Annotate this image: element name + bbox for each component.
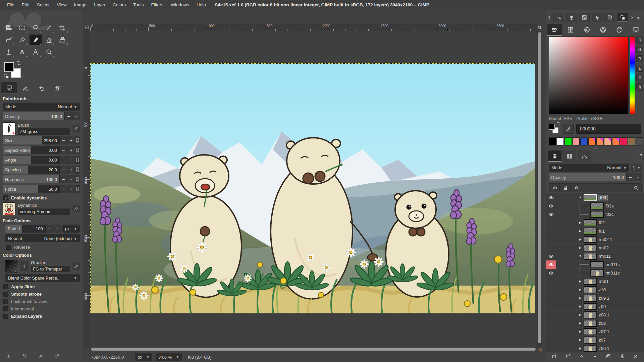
- layer-thumbnail[interactable]: [584, 303, 597, 310]
- anchor-layer-button[interactable]: [617, 352, 627, 360]
- layer-name[interactable]: z08 1: [599, 312, 609, 317]
- tab-tool-options[interactable]: [1, 82, 17, 94]
- repeat-dropdown[interactable]: Repeat None (extend)▼: [5, 234, 80, 242]
- collapse-group-icon[interactable]: ▼: [578, 196, 582, 199]
- layer-name[interactable]: rm011: [599, 254, 611, 259]
- layer-visibility-toggle[interactable]: [546, 260, 556, 269]
- color-tab-gimp-wilber[interactable]: [547, 24, 562, 36]
- angle-slider[interactable]: Angle0.00 − +: [3, 156, 80, 164]
- save-preset-button[interactable]: [5, 353, 13, 360]
- horizontal-ruler[interactable]: 0500100015002000250030003500: [90, 24, 537, 31]
- swap-colors-icon[interactable]: [16, 61, 21, 65]
- tab-channels[interactable]: [563, 150, 576, 162]
- layer-name[interactable]: f03: [599, 195, 607, 200]
- apply-jitter-checkbox[interactable]: Apply Jitter: [3, 284, 80, 289]
- horizontal-scrollbar-thumb[interactable]: [91, 348, 536, 351]
- layer-thumbnail[interactable]: [584, 278, 597, 285]
- layer-name[interactable]: f03s: [605, 203, 614, 208]
- color-tab-watercolor[interactable]: [579, 24, 594, 36]
- increase-button[interactable]: +: [67, 136, 75, 144]
- expand-group-icon[interactable]: ▶: [578, 321, 582, 325]
- color-picker-button[interactable]: [564, 124, 574, 134]
- unit-dropdown[interactable]: px▼: [135, 353, 152, 361]
- navigation-button[interactable]: [537, 347, 543, 352]
- layer-visibility-toggle[interactable]: [546, 210, 556, 219]
- link-to-default-icon[interactable]: [75, 175, 80, 183]
- tab-undo-history[interactable]: [34, 82, 49, 94]
- channel-button-G[interactable]: G: [636, 46, 643, 53]
- history-swatch-3[interactable]: [573, 137, 580, 145]
- layer-visibility-toggle[interactable]: [546, 193, 556, 202]
- channel-button-h[interactable]: h: [636, 83, 643, 90]
- delete-layer-button[interactable]: [631, 352, 641, 360]
- decrease-button[interactable]: −: [59, 156, 67, 164]
- layer-row-z07[interactable]: ▶z07: [546, 336, 644, 344]
- tab-images[interactable]: [50, 82, 65, 94]
- vertical-ruler[interactable]: 0500100015002000: [84, 31, 90, 347]
- dynamics-selector[interactable]: Dynamics coloring-Aryeom: [3, 202, 80, 215]
- layer-thumbnail[interactable]: [584, 236, 597, 243]
- history-swatch-11[interactable]: [636, 137, 643, 145]
- foreground-color-swatch[interactable]: [4, 62, 14, 72]
- incremental-checkbox[interactable]: Incremental: [3, 306, 80, 311]
- menu-file[interactable]: File: [3, 0, 18, 10]
- increase-button[interactable]: +: [67, 166, 75, 174]
- increase-button[interactable]: +: [67, 146, 75, 154]
- layer-opacity-decrease[interactable]: −: [626, 173, 634, 181]
- eraser-tool[interactable]: [43, 35, 55, 45]
- layer-thumbnail[interactable]: [584, 286, 597, 293]
- decrease-button[interactable]: −: [59, 166, 67, 174]
- fade-increase-button[interactable]: +: [53, 225, 61, 233]
- lock-icon[interactable]: [561, 184, 571, 191]
- gradient-selector[interactable]: Gradient FG to Transpar: [5, 260, 80, 273]
- gradient-thumbnail[interactable]: [5, 260, 18, 273]
- layer-thumbnail[interactable]: [584, 253, 597, 260]
- layer-visibility-toggle[interactable]: [546, 235, 556, 244]
- layer-visibility-toggle[interactable]: [546, 302, 556, 311]
- clone-tool[interactable]: [56, 35, 68, 45]
- menu-tools[interactable]: Tools: [129, 0, 148, 10]
- hex-color-input[interactable]: 000000: [576, 124, 641, 134]
- delete-preset-button[interactable]: [37, 353, 45, 360]
- layer-visibility-toggle[interactable]: [546, 252, 556, 260]
- layer-thumbnail[interactable]: [584, 311, 597, 318]
- enable-dynamics-checkbox[interactable]: ✓ Enable dynamics: [3, 195, 80, 200]
- channel-button-R[interactable]: R: [636, 37, 643, 44]
- selection-editor-dock-button[interactable]: [604, 13, 615, 22]
- fade-decrease-button[interactable]: −: [45, 225, 53, 233]
- crop-tool[interactable]: [56, 22, 68, 33]
- layer-visibility-toggle[interactable]: [546, 202, 556, 210]
- warp-transform-tool[interactable]: [3, 35, 15, 45]
- expand-group-icon[interactable]: ▶: [578, 347, 582, 350]
- text-tool[interactable]: A: [16, 47, 28, 57]
- layer-row-rm01[interactable]: ▶rm01: [546, 277, 644, 286]
- channel-button-B[interactable]: B: [636, 55, 643, 62]
- layer-row-f03[interactable]: ▼f03: [546, 193, 644, 202]
- history-swatch-8[interactable]: [612, 137, 620, 145]
- ink-tool[interactable]: [3, 47, 15, 57]
- expand-group-icon[interactable]: ▶: [578, 229, 582, 233]
- layer-visibility-toggle[interactable]: [546, 277, 556, 286]
- layer-name[interactable]: f01: [599, 229, 605, 234]
- increase-button[interactable]: +: [67, 175, 75, 183]
- layer-row-z07-1[interactable]: ▶z07 1: [546, 327, 644, 336]
- zoom-dropdown[interactable]: 34.6 %▼: [156, 353, 182, 361]
- layer-name[interactable]: rm01: [599, 279, 609, 284]
- expand-group-icon[interactable]: ▶: [578, 330, 582, 333]
- free-select-tool[interactable]: [30, 22, 42, 33]
- history-swatch-7[interactable]: [604, 137, 611, 145]
- expand-group-icon[interactable]: ▶: [578, 221, 582, 224]
- colors-dock-button[interactable]: [617, 13, 628, 22]
- link-to-default-icon[interactable]: [75, 166, 80, 174]
- canvas-artwork[interactable]: [90, 64, 535, 313]
- layer-mode-reset-button[interactable]: ▼: [631, 164, 642, 172]
- history-swatch-4[interactable]: [580, 137, 588, 145]
- layer-thumbnail[interactable]: [584, 295, 597, 302]
- layer-row-z10[interactable]: ▶z10: [546, 286, 644, 294]
- color-tab-scales[interactable]: [628, 24, 643, 36]
- alignment-tool[interactable]: [3, 22, 15, 33]
- size-slider[interactable]: Size298.00 − +: [3, 136, 80, 144]
- collapse-group-icon[interactable]: ▼: [578, 254, 582, 258]
- layer-visibility-toggle[interactable]: [546, 219, 556, 227]
- layer-row-f03s[interactable]: f03s: [546, 202, 644, 210]
